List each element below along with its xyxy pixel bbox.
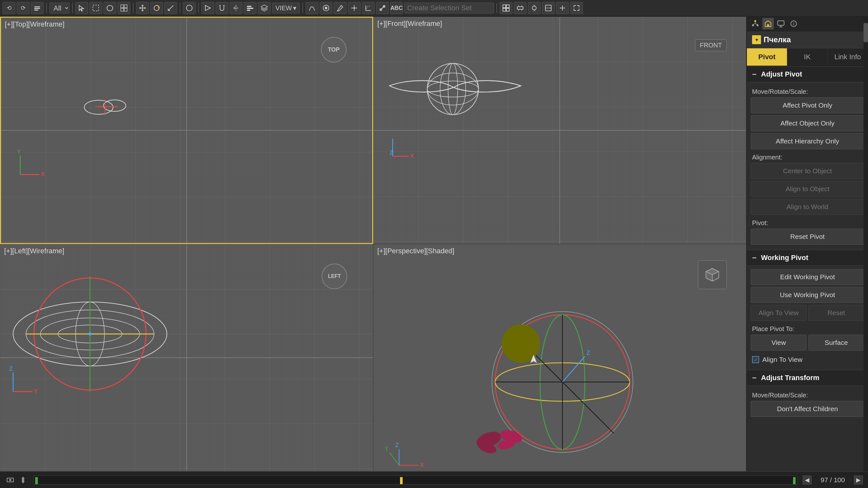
select-region-btn[interactable]: [89, 2, 102, 14]
svg-line-115: [755, 24, 757, 24]
view-dropdown-btn[interactable]: VIEW ▾: [272, 3, 300, 13]
section-working-pivot-header[interactable]: − Working Pivot: [747, 250, 868, 266]
viewport-top-right[interactable]: Z X [+][Front][Wireframe] FRONT: [373, 17, 746, 244]
ring-tool-btn[interactable]: [183, 2, 196, 14]
scale-tool-btn[interactable]: [164, 2, 177, 14]
svg-point-110: [754, 20, 756, 22]
surface-btn[interactable]: Surface: [808, 335, 864, 351]
toolbar-sep-4: [180, 3, 180, 13]
tool-angle-btn[interactable]: [362, 2, 375, 14]
toolbar-icon-3[interactable]: [31, 2, 43, 14]
section-adjust-pivot-header[interactable]: − Adjust Pivot: [747, 66, 868, 82]
affect-object-only-btn[interactable]: Affect Object Only: [751, 115, 864, 131]
select-tool-btn[interactable]: [75, 2, 88, 14]
svg-text:Z: Z: [395, 442, 399, 448]
tool-percent-btn[interactable]: [376, 2, 389, 14]
svg-text:Y: Y: [34, 388, 38, 394]
panel-tab-utilities[interactable]: [788, 18, 800, 29]
tool-mirror-btn[interactable]: [230, 2, 243, 14]
progress-text: 97 / 100: [813, 476, 852, 484]
selection-mode-dropdown[interactable]: All: [49, 3, 69, 13]
progress-container: ◀ 97 / 100 ▶: [803, 476, 863, 485]
view-btn[interactable]: View: [751, 335, 806, 351]
top-viewport-compass[interactable]: TOP: [321, 37, 346, 62]
svg-rect-27: [503, 8, 506, 11]
edit-working-pivot-btn[interactable]: Edit Working Pivot: [751, 269, 864, 285]
tool-layers-btn[interactable]: [258, 2, 271, 14]
tool-render-btn[interactable]: [320, 2, 333, 14]
perspective-cube-icon[interactable]: [698, 260, 727, 289]
svg-point-113: [756, 24, 758, 26]
align-to-view-checkbox[interactable]: ✓: [752, 356, 759, 363]
scrollbar-thumb[interactable]: [864, 23, 868, 42]
toolbar-icon-1[interactable]: ⟲: [3, 2, 16, 14]
affect-hierarchy-only-btn[interactable]: Affect Hierarchy Only: [751, 133, 864, 149]
tool-unwrap-btn[interactable]: [514, 2, 527, 14]
align-to-world-btn[interactable]: Align to World: [751, 199, 864, 215]
status-icon-1[interactable]: [5, 475, 16, 485]
tool-grid-btn[interactable]: [500, 2, 513, 14]
svg-rect-25: [503, 5, 506, 8]
use-working-pivot-btn[interactable]: Use Working Pivot: [751, 287, 864, 303]
viewport-top-left[interactable]: X Y [+][Top][Wireframe] TOP: [0, 17, 373, 244]
tool-rivet-btn[interactable]: [528, 2, 541, 14]
toolbar-icon-2[interactable]: ⟳: [17, 2, 29, 14]
tool-expand-btn[interactable]: [570, 2, 583, 14]
right-panel-scrollbar[interactable]: [864, 17, 868, 471]
reset-btn[interactable]: Reset: [808, 305, 864, 321]
toolbar-sep-1: [46, 3, 47, 13]
tool-plus-btn[interactable]: [556, 2, 569, 14]
left-viewport-compass[interactable]: LEFT: [321, 263, 347, 289]
svg-point-112: [752, 24, 754, 26]
tool-snap-3d-btn[interactable]: [348, 2, 361, 14]
align-to-view-checkbox-row: ✓ Align To View: [751, 353, 864, 367]
tool-shape-btn[interactable]: [542, 2, 555, 14]
progress-next-btn[interactable]: ▶: [854, 476, 863, 485]
section-minus-icon: −: [752, 70, 758, 79]
lasso-select-btn[interactable]: [103, 2, 116, 14]
svg-point-122: [794, 24, 794, 25]
tool-edit-btn[interactable]: [334, 2, 346, 14]
section-adjust-transform-header[interactable]: − Adjust Transform: [747, 370, 868, 386]
tool-abc-btn[interactable]: ABC: [390, 2, 403, 14]
move-tool-btn[interactable]: [136, 2, 149, 14]
move-rotate-scale-label: Move/Rotate/Scale:: [751, 86, 864, 97]
select-all-btn[interactable]: [118, 2, 130, 14]
viewport-bottom-left[interactable]: Y Z [+][Left][Wireframe] LEFT: [0, 244, 373, 471]
panel-tab-modify[interactable]: [762, 18, 774, 29]
tool-magnet-btn[interactable]: [216, 2, 228, 14]
viewport-bottom-right[interactable]: Z X Y Z: [373, 244, 746, 471]
tab-pivot[interactable]: Pivot: [747, 48, 787, 66]
svg-rect-7: [124, 8, 127, 11]
tool-snap-btn[interactable]: [202, 2, 214, 14]
toolbar-sep-7: [496, 3, 497, 13]
svg-text:X: X: [41, 171, 45, 177]
svg-rect-13: [247, 8, 253, 9]
svg-point-17: [353, 7, 355, 9]
tab-ik[interactable]: IK: [787, 48, 828, 66]
status-icon-2[interactable]: [18, 475, 28, 485]
svg-rect-4: [121, 5, 124, 8]
timeline-bar[interactable]: [33, 476, 798, 485]
svg-rect-12: [247, 6, 251, 7]
tool-align-btn[interactable]: [244, 2, 256, 14]
svg-rect-28: [506, 8, 509, 11]
progress-prev-btn[interactable]: ◀: [803, 476, 812, 485]
center-to-object-btn[interactable]: Center to Object: [751, 163, 864, 179]
tool-curve-btn[interactable]: [306, 2, 318, 14]
create-selection-input[interactable]: [404, 3, 494, 13]
align-to-object-btn[interactable]: Align to Object: [751, 181, 864, 197]
reset-pivot-btn[interactable]: Reset Pivot: [751, 229, 864, 245]
toolbar-sep-6: [302, 3, 303, 13]
panel-tab-display[interactable]: [775, 18, 787, 29]
affect-pivot-only-btn[interactable]: Affect Pivot Only: [751, 97, 864, 113]
svg-rect-26: [506, 5, 509, 8]
svg-rect-3: [93, 5, 99, 11]
dont-affect-children-btn[interactable]: Don't Affect Children: [751, 401, 864, 417]
panel-tab-hierarchy[interactable]: [749, 18, 761, 29]
align-to-view-btn[interactable]: Align To View: [751, 305, 806, 321]
svg-point-30: [532, 6, 536, 10]
tab-link-info[interactable]: Link Info: [828, 48, 868, 66]
rotate-tool-btn[interactable]: [150, 2, 163, 14]
object-name: Пчелка: [764, 35, 791, 44]
